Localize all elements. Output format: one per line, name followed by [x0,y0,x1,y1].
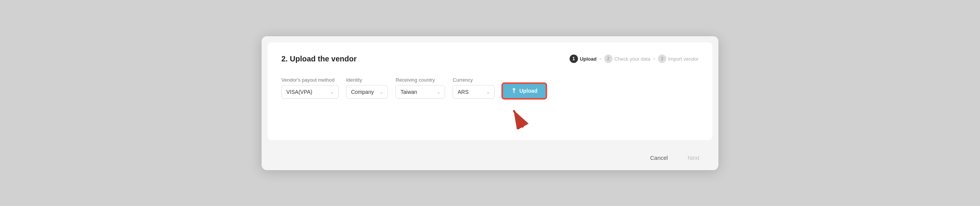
step-2: 2 Check your data [604,55,651,63]
upload-icon: ⤒ [511,87,516,95]
svg-line-1 [514,110,523,127]
cancel-button[interactable]: Cancel [643,151,675,164]
currency-select-wrapper[interactable]: ARS USD EUR TWD JPY ⌄ [453,85,495,99]
modal-body: 2. Upload the vendor 1 Upload > 2 Check … [268,42,712,140]
payout-method-select[interactable]: VISA(VPA) Bank Transfer PayPal [281,85,338,99]
modal-header: 2. Upload the vendor 1 Upload > 2 Check … [281,55,699,63]
step-sep-1: > [599,56,602,62]
step-1-circle: 1 [570,55,578,63]
identity-group: Identity Company Individual ⌄ [346,77,388,99]
identity-label: Identity [346,77,388,83]
modal-footer: Cancel Next [262,146,718,170]
receiving-country-select[interactable]: Taiwan USA Japan China [396,85,445,99]
step-sep-2: > [653,56,656,62]
step-3-label: Import vendor [668,56,699,62]
currency-select[interactable]: ARS USD EUR TWD JPY [453,85,495,99]
payout-method-label: Vendor's payout method [281,77,338,83]
step-3-circle: 3 [658,55,666,63]
steps-indicator: 1 Upload > 2 Check your data > 3 Import [570,55,699,63]
payout-method-select-wrapper[interactable]: VISA(VPA) Bank Transfer PayPal ⌄ [281,85,338,99]
receiving-country-select-wrapper[interactable]: Taiwan USA Japan China ⌄ [396,85,445,99]
receiving-country-label: Receiving country [396,77,445,83]
step-3: 3 Import vendor [658,55,699,63]
modal-title: 2. Upload the vendor [281,55,357,63]
receiving-country-group: Receiving country Taiwan USA Japan China… [396,77,445,99]
step-1: 1 Upload [570,55,597,63]
identity-select[interactable]: Company Individual [346,85,388,99]
identity-select-wrapper[interactable]: Company Individual ⌄ [346,85,388,99]
step-1-label: Upload [580,56,597,62]
upload-button[interactable]: ⤒ Upload [502,83,546,99]
currency-label: Currency [453,77,495,83]
form-row: Vendor's payout method VISA(VPA) Bank Tr… [281,77,699,99]
red-arrow-icon [502,103,529,129]
step-2-label: Check your data [614,56,651,62]
upload-group: ⤒ Upload [502,83,546,99]
arrow-annotation [281,103,699,131]
payout-method-group: Vendor's payout method VISA(VPA) Bank Tr… [281,77,338,99]
upload-button-label: Upload [519,88,537,94]
modal-container: 2. Upload the vendor 1 Upload > 2 Check … [262,36,718,170]
next-button[interactable]: Next [681,151,706,164]
currency-group: Currency ARS USD EUR TWD JPY ⌄ [453,77,495,99]
step-2-circle: 2 [604,55,613,63]
